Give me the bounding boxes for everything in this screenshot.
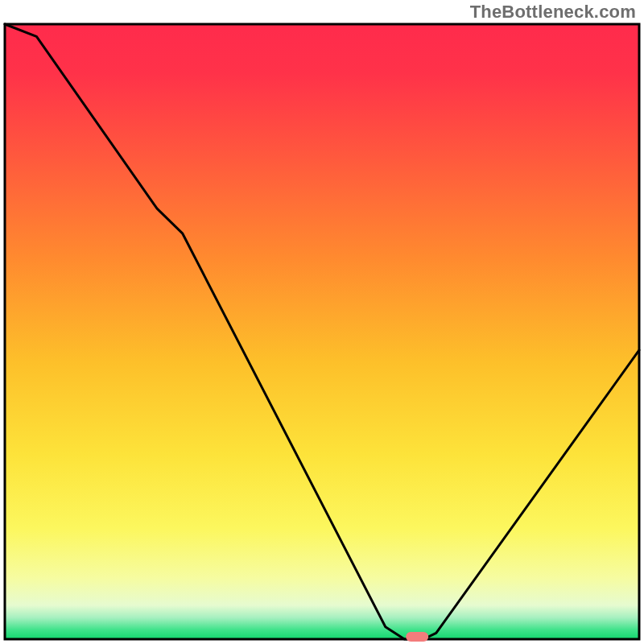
- bottleneck-chart: [0, 0, 644, 644]
- plot-background: [5, 24, 639, 639]
- optimal-marker: [406, 632, 428, 642]
